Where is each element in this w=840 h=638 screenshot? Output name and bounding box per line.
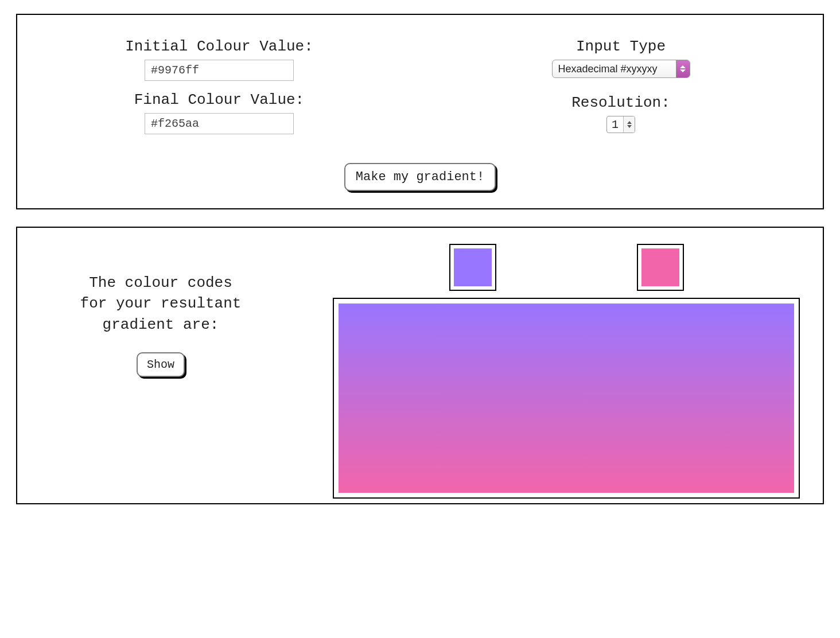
input-type-selected-text: Hexadecimal #xyxyxy — [553, 60, 676, 77]
result-preview-column — [333, 244, 800, 499]
gradient-preview — [339, 304, 794, 493]
input-type-label: Input Type — [576, 38, 666, 55]
resolution-value: 1 — [607, 116, 623, 133]
resolution-input[interactable]: 1 — [606, 116, 635, 133]
form-row: Initial Colour Value: Final Colour Value… — [40, 38, 800, 134]
result-description-line1: The colour codes — [89, 274, 232, 291]
resolution-label: Resolution: — [571, 94, 670, 111]
start-colour-swatch — [454, 248, 492, 286]
result-description-line2: for your resultant — [80, 295, 242, 312]
final-colour-input[interactable] — [145, 113, 294, 134]
colour-inputs-column: Initial Colour Value: Final Colour Value… — [104, 38, 334, 134]
resolution-stepper-icon — [623, 116, 635, 133]
start-swatch-frame — [449, 244, 496, 291]
initial-colour-input[interactable] — [145, 60, 294, 81]
end-swatch-frame — [637, 244, 684, 291]
end-colour-swatch — [641, 248, 679, 286]
result-text-column: The colour codes for your resultant grad… — [40, 244, 281, 377]
gradient-frame — [333, 298, 800, 499]
final-colour-label: Final Colour Value: — [134, 91, 304, 108]
submit-row: Make my gradient! — [40, 163, 800, 191]
result-row: The colour codes for your resultant grad… — [40, 244, 800, 499]
result-panel: The colour codes for your resultant grad… — [16, 227, 824, 504]
options-column: Input Type Hexadecimal #xyxyxy Resolutio… — [506, 38, 736, 134]
select-stepper-icon — [676, 60, 690, 77]
show-button[interactable]: Show — [137, 352, 185, 377]
result-description-line3: gradient are: — [103, 316, 219, 333]
swatch-row — [333, 244, 800, 291]
input-type-select[interactable]: Hexadecimal #xyxyxy — [552, 60, 690, 78]
make-gradient-button[interactable]: Make my gradient! — [344, 163, 496, 191]
initial-colour-label: Initial Colour Value: — [125, 38, 313, 55]
result-description: The colour codes for your resultant grad… — [40, 273, 281, 335]
input-panel: Initial Colour Value: Final Colour Value… — [16, 14, 824, 209]
